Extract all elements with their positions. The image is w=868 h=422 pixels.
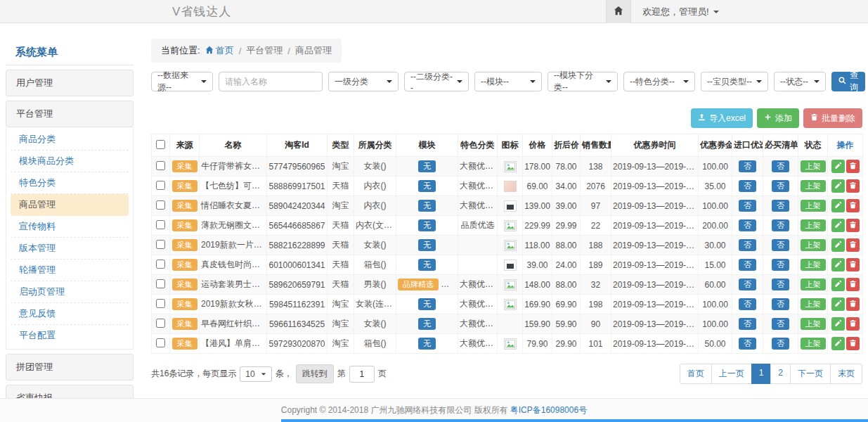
delete-button[interactable] — [846, 219, 860, 232]
must-buy-toggle[interactable]: 否 — [772, 239, 789, 252]
delete-button[interactable] — [846, 160, 860, 173]
delete-button[interactable] — [846, 258, 860, 271]
module-select[interactable]: --模块-- — [474, 72, 542, 91]
search-button[interactable]: 查询 — [831, 72, 865, 91]
status-toggle[interactable]: 上架 — [801, 298, 826, 311]
pager-next[interactable]: 下一页 — [790, 364, 831, 384]
import-select-toggle[interactable]: 否 — [739, 259, 756, 271]
delete-button[interactable] — [846, 238, 860, 252]
delete-button[interactable] — [846, 199, 860, 212]
sidebar-item-module-product-category[interactable]: 模块商品分类 — [11, 151, 129, 172]
row-checkbox[interactable] — [156, 319, 165, 328]
import-select-toggle[interactable]: 否 — [739, 279, 756, 291]
sidebar-item-feature-category[interactable]: 特色分类 — [11, 172, 129, 194]
sidebar-item-groupbuy-management[interactable]: 拼团管理 — [6, 354, 134, 381]
category2-select[interactable]: --二级分类-- — [404, 72, 469, 91]
pager-first[interactable]: 首页 — [680, 364, 712, 384]
status-toggle[interactable]: 上架 — [801, 259, 826, 271]
import-select-toggle[interactable]: 否 — [739, 239, 756, 252]
must-buy-toggle[interactable]: 否 — [772, 259, 789, 271]
source-select[interactable]: --数据来源-- — [151, 72, 213, 91]
must-buy-toggle[interactable]: 否 — [772, 318, 789, 331]
edit-button[interactable] — [831, 278, 845, 291]
edit-button[interactable] — [831, 160, 845, 173]
import-select-toggle[interactable]: 否 — [739, 200, 756, 212]
import-select-toggle[interactable]: 否 — [739, 180, 756, 193]
pager-page-2[interactable]: 2 — [770, 364, 791, 384]
status-toggle[interactable]: 上架 — [801, 180, 826, 193]
must-buy-toggle[interactable]: 否 — [772, 279, 789, 291]
sidebar-item-splash-management[interactable]: 启动页管理 — [11, 281, 129, 303]
delete-button[interactable] — [846, 298, 860, 311]
sidebar-item-product-management[interactable]: 商品管理 — [11, 194, 129, 216]
sidebar-item-saving-express[interactable]: 省惠快报 — [6, 385, 134, 398]
sidebar-item-promo-material[interactable]: 宣传物料 — [11, 216, 129, 238]
sidebar-item-product-category[interactable]: 商品分类 — [11, 129, 129, 151]
edit-button[interactable] — [831, 337, 845, 350]
must-buy-toggle[interactable]: 否 — [772, 219, 789, 232]
jump-page-input[interactable] — [349, 366, 375, 383]
select-all-checkbox[interactable] — [156, 140, 165, 149]
import-select-toggle[interactable]: 否 — [739, 298, 756, 311]
sidebar-item-platform-management[interactable]: 平台管理 — [6, 101, 134, 127]
import-select-toggle[interactable]: 否 — [739, 219, 756, 232]
status-toggle[interactable]: 上架 — [801, 219, 826, 232]
must-buy-toggle[interactable]: 否 — [772, 338, 789, 350]
status-toggle[interactable]: 上架 — [801, 318, 826, 331]
edit-button[interactable] — [831, 317, 845, 331]
edit-button[interactable] — [831, 179, 845, 193]
row-checkbox[interactable] — [156, 161, 165, 170]
status-toggle[interactable]: 上架 — [801, 239, 826, 252]
sidebar-item-feedback[interactable]: 意见反馈 — [11, 303, 129, 325]
edit-button[interactable] — [831, 219, 845, 232]
row-checkbox[interactable] — [156, 299, 165, 308]
breadcrumb-home-link[interactable]: 首页 — [205, 44, 234, 57]
must-buy-toggle[interactable]: 否 — [772, 180, 789, 193]
user-menu[interactable]: 欢迎您，管理员! — [642, 6, 719, 18]
horizontal-scrollbar-thumb[interactable] — [281, 419, 868, 422]
status-select[interactable]: --状态-- — [774, 72, 826, 91]
row-checkbox[interactable] — [156, 279, 165, 288]
edit-button[interactable] — [831, 238, 845, 252]
row-checkbox[interactable] — [156, 338, 165, 347]
sidebar-item-carousel-management[interactable]: 轮播管理 — [11, 260, 129, 281]
must-buy-toggle[interactable]: 否 — [772, 200, 789, 212]
import-select-toggle[interactable]: 否 — [739, 318, 756, 331]
delete-button[interactable] — [846, 278, 860, 291]
delete-button[interactable] — [846, 337, 860, 350]
edit-button[interactable] — [831, 199, 845, 212]
row-checkbox[interactable] — [156, 181, 165, 190]
name-search-input[interactable] — [219, 72, 323, 91]
edit-button[interactable] — [831, 298, 845, 311]
row-checkbox[interactable] — [156, 220, 165, 229]
edit-button[interactable] — [831, 258, 845, 271]
pager-prev[interactable]: 上一页 — [711, 364, 752, 384]
batch-delete-button[interactable]: 批量删除 — [803, 108, 862, 128]
sidebar-item-user-management[interactable]: 用户管理 — [6, 70, 134, 96]
icp-link[interactable]: 粤ICP备16098006号 — [510, 404, 587, 416]
must-buy-toggle[interactable]: 否 — [772, 298, 789, 311]
row-checkbox[interactable] — [156, 200, 165, 210]
category1-select[interactable]: 一级分类 — [328, 72, 399, 91]
item-type-select[interactable]: --宝贝类型-- — [701, 72, 768, 91]
status-toggle[interactable]: 上架 — [801, 160, 826, 173]
row-checkbox[interactable] — [156, 240, 165, 249]
sidebar-item-version-management[interactable]: 版本管理 — [11, 238, 129, 260]
delete-button[interactable] — [846, 179, 860, 193]
pager-page-1[interactable]: 1 — [751, 364, 772, 384]
status-toggle[interactable]: 上架 — [801, 200, 826, 212]
per-page-select[interactable]: 10 — [240, 366, 271, 382]
home-button[interactable] — [606, 0, 631, 23]
delete-button[interactable] — [846, 317, 860, 331]
status-toggle[interactable]: 上架 — [801, 338, 826, 350]
status-toggle[interactable]: 上架 — [801, 279, 826, 291]
import-select-toggle[interactable]: 否 — [739, 160, 756, 173]
module-sub-select[interactable]: --模块下分类-- — [548, 72, 618, 91]
feature-select[interactable]: --特色分类-- — [623, 72, 695, 91]
pager-last[interactable]: 末页 — [830, 364, 862, 384]
import-select-toggle[interactable]: 否 — [739, 338, 756, 350]
import-excel-button[interactable]: 导入excel — [691, 108, 753, 128]
jump-button[interactable]: 跳转到 — [296, 364, 334, 383]
must-buy-toggle[interactable]: 否 — [772, 160, 789, 173]
row-checkbox[interactable] — [156, 260, 165, 269]
